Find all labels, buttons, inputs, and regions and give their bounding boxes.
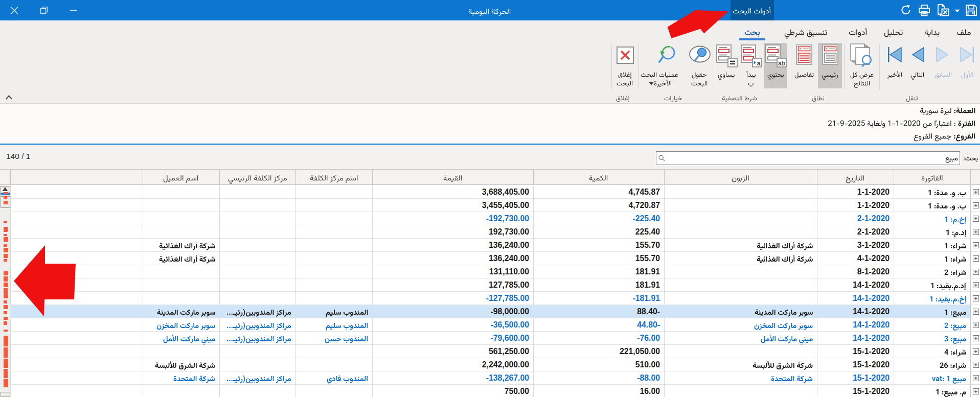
svg-text:ab: ab	[778, 60, 785, 67]
svg-text:a: a	[757, 60, 761, 67]
